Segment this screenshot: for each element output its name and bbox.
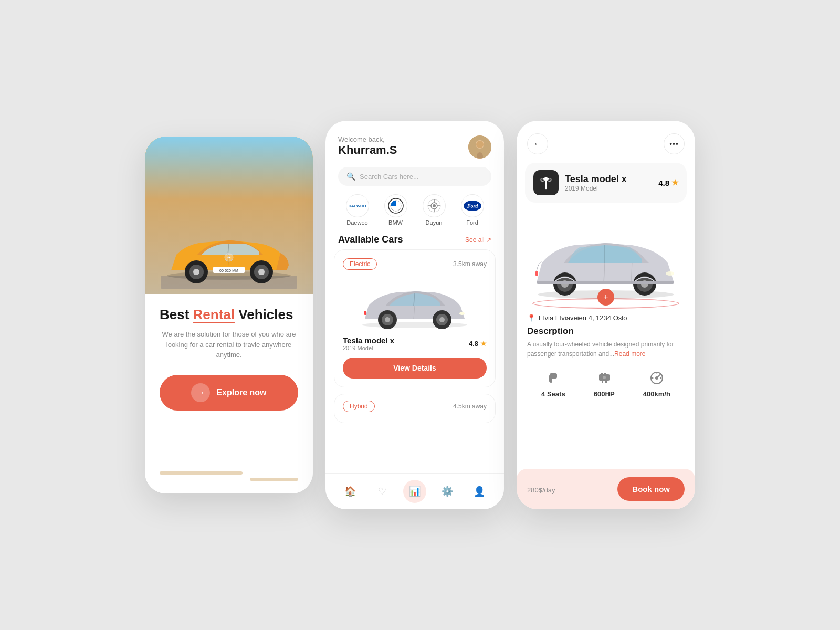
bar-2 [250,478,298,481]
svg-rect-55 [549,375,551,382]
car-model: 2019 Model [343,345,394,351]
see-all-link[interactable]: See all ↗ [465,236,491,244]
specs-row: 4 Seats 600HP [517,365,695,406]
hybrid-tag: Hybrid [343,401,375,412]
seats-icon [545,369,561,388]
hp-icon [596,369,612,388]
nav-settings[interactable]: ⚙️ [436,480,459,503]
car-card-hybrid-peek: Hybrid 4.5km away [334,394,496,423]
spec-speed: 400km/h [643,369,670,398]
description-section: Descrption A usually four-wheeled vehicl… [517,326,695,365]
welcome-label: Welcome back, [338,135,397,143]
nav-favorites[interactable]: ♡ [371,480,394,503]
available-title: Avaliable Cars [338,234,403,245]
spec-hp: 600HP [594,369,615,398]
expand-button[interactable]: + [597,289,614,306]
svg-point-36 [439,317,445,322]
screen3-detail: ← ••• Tesla model x 2019 Model 4.8 ★ [517,121,695,509]
brand-item-dayun[interactable]: Dayun [423,194,446,226]
daewoo-logo: DAEWOO [346,194,369,217]
svg-rect-60 [605,381,607,383]
ford-label: Ford [466,219,478,226]
bmw-label: BMW [388,219,403,226]
distance-label: 3.5km away [453,260,487,268]
hybrid-card-top: Hybrid 4.5km away [343,401,487,412]
nav-home[interactable]: 🏠 [339,480,362,503]
hybrid-distance: 4.5km away [453,403,487,410]
svg-rect-57 [601,373,603,375]
svg-point-50 [666,271,674,276]
star-icon: ★ [480,340,487,348]
username-label: Khurram.S [338,143,397,157]
user-greeting: Welcome back, Khurram.S [338,135,397,157]
read-more-link[interactable]: Read more [614,350,645,358]
available-header: Avaliable Cars See all ↗ [326,230,504,249]
brands-row: DAEWOO Daewoo BMW [326,186,504,230]
view-details-button[interactable]: View Details [343,358,487,379]
svg-rect-53 [550,373,557,379]
card-top: Electric 3.5km away [343,258,487,270]
svg-line-64 [657,374,660,378]
search-bar[interactable]: 🔍 Search Cars here... [338,167,491,186]
detail-header: ← ••• [517,121,695,163]
screen1-landing: ✦ 00-020-MM Best Rental Vehicles [145,136,313,494]
seats-value: 4 Seats [541,390,565,398]
car-year: 2019 Model [565,185,627,192]
svg-rect-51 [536,271,538,276]
nav-stats[interactable]: 📊 [403,480,426,503]
speed-icon [649,369,665,388]
tesla-info-card: Tesla model x 2019 Model 4.8 ★ [525,163,687,203]
detail-rating: 4.8 ★ [658,178,678,187]
search-placeholder-text: Search Cars here... [360,173,419,181]
detail-star-icon: ★ [671,178,678,187]
svg-rect-52 [537,281,674,284]
explore-arrow-icon: → [191,383,210,402]
nav-profile[interactable]: 👤 [468,480,491,503]
tesla-info-text: Tesla model x 2019 Model [565,174,627,192]
user-avatar[interactable] [468,135,491,159]
spec-seats: 4 Seats [541,369,565,398]
bottom-nav: 🏠 ♡ 📊 ⚙️ 👤 [326,473,504,509]
booking-footer: 280$/day Book now [517,469,695,509]
speed-value: 400km/h [643,390,670,398]
headline: Best Rental Vehicles [160,307,298,323]
svg-point-5 [193,269,200,275]
brand-item-daewoo[interactable]: DAEWOO Daewoo [346,194,369,226]
screen2-home: Welcome back, Khurram.S 🔍 [326,121,504,509]
car-info-row: Tesla model x 2019 Model 4.8 ★ [343,336,487,351]
ford-logo: Ford [461,194,484,217]
book-now-button[interactable]: Book now [617,477,685,501]
car-name: Tesla model x [343,336,394,345]
dayun-logo [423,194,446,217]
svg-point-66 [660,377,662,379]
header-row: Welcome back, Khurram.S [338,135,491,159]
bmw-logo [384,194,407,217]
car-name-group: Tesla model x 2019 Model [343,336,394,351]
brand-item-bmw[interactable]: BMW [384,194,407,226]
home-header: Welcome back, Khurram.S [326,121,504,167]
electric-tag: Electric [343,258,377,270]
svg-rect-39 [364,311,366,315]
price-display: 280$/day [527,483,555,495]
screens-container: ✦ 00-020-MM Best Rental Vehicles [145,121,695,509]
svg-point-38 [459,312,465,315]
back-button[interactable]: ← [527,133,548,154]
dayun-label: Dayun [426,219,443,226]
brand-item-ford[interactable]: Ford Ford [461,194,484,226]
svg-text:00-020-MM: 00-020-MM [219,269,238,272]
landing-subtitle: We are the solution for those of you who… [160,329,298,360]
explore-now-button[interactable]: → Explore now [160,375,298,411]
car-3d-view: + [517,209,695,303]
svg-point-29 [362,322,467,328]
hero-car-image: ✦ 00-020-MM [161,215,297,289]
svg-point-67 [656,372,657,374]
daewoo-label: Daewoo [346,219,368,226]
desc-title: Descrption [527,326,685,337]
car-rating: 4.8 ★ [469,340,487,348]
more-options-button[interactable]: ••• [664,133,685,154]
svg-text:Ford: Ford [466,203,478,209]
svg-rect-59 [602,381,603,383]
location-pin-icon: 📍 [527,314,536,322]
hero-section: ✦ 00-020-MM [145,136,313,294]
decorative-bars [160,471,298,481]
